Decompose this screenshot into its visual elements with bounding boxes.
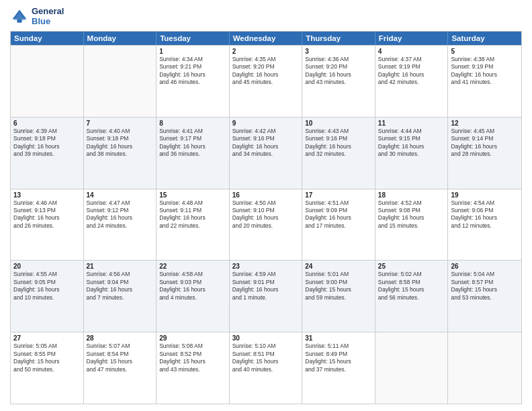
cell-info: Sunrise: 5:10 AM Sunset: 8:51 PM Dayligh… bbox=[232, 342, 300, 373]
day-number: 11 bbox=[378, 120, 445, 127]
cell-info: Sunrise: 4:46 AM Sunset: 9:13 PM Dayligh… bbox=[13, 199, 81, 230]
calendar-row: 1Sunrise: 4:34 AM Sunset: 9:21 PM Daylig… bbox=[11, 45, 521, 117]
day-number: 28 bbox=[87, 334, 154, 342]
calendar-cell: 22Sunrise: 4:58 AM Sunset: 9:03 PM Dayli… bbox=[157, 261, 230, 332]
day-number: 16 bbox=[232, 191, 300, 199]
cell-info: Sunrise: 5:07 AM Sunset: 8:54 PM Dayligh… bbox=[87, 342, 154, 373]
calendar-cell: 16Sunrise: 4:50 AM Sunset: 9:10 PM Dayli… bbox=[230, 189, 303, 261]
calendar-header-cell: Tuesday bbox=[157, 32, 230, 45]
calendar: SundayMondayTuesdayWednesdayThursdayFrid… bbox=[10, 31, 522, 404]
day-number: 6 bbox=[13, 120, 81, 127]
cell-info: Sunrise: 4:34 AM Sunset: 9:21 PM Dayligh… bbox=[159, 56, 226, 87]
cell-info: Sunrise: 4:36 AM Sunset: 9:20 PM Dayligh… bbox=[305, 56, 372, 87]
day-number: 26 bbox=[451, 263, 519, 270]
calendar-cell: 25Sunrise: 5:02 AM Sunset: 8:58 PM Dayli… bbox=[375, 261, 449, 332]
cell-info: Sunrise: 4:38 AM Sunset: 9:19 PM Dayligh… bbox=[451, 56, 519, 87]
calendar-row: 13Sunrise: 4:46 AM Sunset: 9:13 PM Dayli… bbox=[11, 189, 521, 261]
day-number: 19 bbox=[451, 191, 519, 199]
cell-info: Sunrise: 5:05 AM Sunset: 8:55 PM Dayligh… bbox=[13, 342, 81, 373]
day-number: 22 bbox=[159, 263, 226, 270]
cell-info: Sunrise: 5:02 AM Sunset: 8:58 PM Dayligh… bbox=[378, 271, 445, 302]
day-number: 7 bbox=[87, 120, 154, 127]
header: General Blue bbox=[10, 7, 522, 27]
day-number: 21 bbox=[87, 263, 154, 270]
cell-info: Sunrise: 4:42 AM Sunset: 9:16 PM Dayligh… bbox=[232, 128, 300, 158]
day-number: 27 bbox=[13, 334, 81, 342]
calendar-cell: 14Sunrise: 4:47 AM Sunset: 9:12 PM Dayli… bbox=[84, 189, 157, 261]
calendar-cell: 5Sunrise: 4:38 AM Sunset: 9:19 PM Daylig… bbox=[448, 46, 521, 117]
day-number: 29 bbox=[159, 334, 226, 342]
page: General Blue SundayMondayTuesdayWednesda… bbox=[0, 0, 532, 411]
day-number: 3 bbox=[305, 48, 372, 55]
day-number: 18 bbox=[378, 191, 445, 199]
calendar-cell: 26Sunrise: 5:04 AM Sunset: 8:57 PM Dayli… bbox=[448, 261, 521, 332]
cell-info: Sunrise: 5:04 AM Sunset: 8:57 PM Dayligh… bbox=[451, 271, 519, 302]
cell-info: Sunrise: 4:41 AM Sunset: 9:17 PM Dayligh… bbox=[159, 128, 226, 158]
day-number: 15 bbox=[159, 191, 226, 199]
cell-info: Sunrise: 4:55 AM Sunset: 9:05 PM Dayligh… bbox=[13, 271, 81, 302]
calendar-cell: 12Sunrise: 4:45 AM Sunset: 9:14 PM Dayli… bbox=[448, 118, 521, 189]
calendar-cell: 18Sunrise: 4:52 AM Sunset: 9:08 PM Dayli… bbox=[375, 189, 449, 261]
calendar-header-cell: Thursday bbox=[302, 32, 375, 45]
calendar-cell: 2Sunrise: 4:35 AM Sunset: 9:20 PM Daylig… bbox=[230, 46, 303, 117]
logo: General Blue bbox=[10, 7, 64, 27]
day-number: 30 bbox=[232, 334, 300, 342]
logo-icon bbox=[10, 7, 29, 26]
calendar-cell: 30Sunrise: 5:10 AM Sunset: 8:51 PM Dayli… bbox=[230, 332, 303, 404]
calendar-row: 27Sunrise: 5:05 AM Sunset: 8:55 PM Dayli… bbox=[11, 332, 521, 404]
calendar-cell: 20Sunrise: 4:55 AM Sunset: 9:05 PM Dayli… bbox=[11, 261, 84, 332]
calendar-cell: 1Sunrise: 4:34 AM Sunset: 9:21 PM Daylig… bbox=[157, 46, 230, 117]
day-number: 8 bbox=[159, 120, 226, 127]
cell-info: Sunrise: 4:56 AM Sunset: 9:04 PM Dayligh… bbox=[87, 271, 154, 302]
calendar-cell: 21Sunrise: 4:56 AM Sunset: 9:04 PM Dayli… bbox=[84, 261, 157, 332]
calendar-header-cell: Friday bbox=[375, 32, 449, 45]
cell-info: Sunrise: 4:45 AM Sunset: 9:14 PM Dayligh… bbox=[451, 128, 519, 158]
calendar-cell: 17Sunrise: 4:51 AM Sunset: 9:09 PM Dayli… bbox=[302, 189, 375, 261]
cell-info: Sunrise: 4:39 AM Sunset: 9:18 PM Dayligh… bbox=[13, 128, 81, 158]
calendar-cell bbox=[84, 46, 157, 117]
calendar-row: 20Sunrise: 4:55 AM Sunset: 9:05 PM Dayli… bbox=[11, 260, 521, 332]
cell-info: Sunrise: 4:47 AM Sunset: 9:12 PM Dayligh… bbox=[87, 199, 154, 230]
calendar-cell: 11Sunrise: 4:44 AM Sunset: 9:15 PM Dayli… bbox=[375, 118, 449, 189]
calendar-cell: 9Sunrise: 4:42 AM Sunset: 9:16 PM Daylig… bbox=[230, 118, 303, 189]
calendar-cell bbox=[448, 332, 521, 404]
day-number: 12 bbox=[451, 120, 519, 127]
logo-text: General Blue bbox=[32, 7, 64, 27]
calendar-cell: 19Sunrise: 4:54 AM Sunset: 9:06 PM Dayli… bbox=[448, 189, 521, 261]
calendar-header-cell: Saturday bbox=[448, 32, 521, 45]
calendar-cell: 6Sunrise: 4:39 AM Sunset: 9:18 PM Daylig… bbox=[11, 118, 84, 189]
cell-info: Sunrise: 5:11 AM Sunset: 8:49 PM Dayligh… bbox=[305, 342, 372, 373]
calendar-header-row: SundayMondayTuesdayWednesdayThursdayFrid… bbox=[11, 32, 521, 45]
cell-info: Sunrise: 4:59 AM Sunset: 9:01 PM Dayligh… bbox=[232, 271, 300, 302]
calendar-cell: 7Sunrise: 4:40 AM Sunset: 9:18 PM Daylig… bbox=[84, 118, 157, 189]
day-number: 17 bbox=[305, 191, 372, 199]
calendar-cell: 10Sunrise: 4:43 AM Sunset: 9:16 PM Dayli… bbox=[302, 118, 375, 189]
cell-info: Sunrise: 5:08 AM Sunset: 8:52 PM Dayligh… bbox=[159, 342, 226, 373]
day-number: 23 bbox=[232, 263, 300, 270]
day-number: 4 bbox=[378, 48, 445, 55]
day-number: 24 bbox=[305, 263, 372, 270]
cell-info: Sunrise: 4:52 AM Sunset: 9:08 PM Dayligh… bbox=[378, 199, 445, 230]
calendar-cell: 31Sunrise: 5:11 AM Sunset: 8:49 PM Dayli… bbox=[302, 332, 375, 404]
cell-info: Sunrise: 4:58 AM Sunset: 9:03 PM Dayligh… bbox=[159, 271, 226, 302]
day-number: 20 bbox=[13, 263, 81, 270]
calendar-body: 1Sunrise: 4:34 AM Sunset: 9:21 PM Daylig… bbox=[11, 45, 521, 404]
calendar-cell: 29Sunrise: 5:08 AM Sunset: 8:52 PM Dayli… bbox=[157, 332, 230, 404]
calendar-header-cell: Sunday bbox=[11, 32, 84, 45]
calendar-cell: 3Sunrise: 4:36 AM Sunset: 9:20 PM Daylig… bbox=[302, 46, 375, 117]
cell-info: Sunrise: 4:35 AM Sunset: 9:20 PM Dayligh… bbox=[232, 56, 300, 87]
cell-info: Sunrise: 4:40 AM Sunset: 9:18 PM Dayligh… bbox=[87, 128, 154, 158]
day-number: 25 bbox=[378, 263, 445, 270]
day-number: 13 bbox=[13, 191, 81, 199]
calendar-cell bbox=[375, 332, 449, 404]
day-number: 10 bbox=[305, 120, 372, 127]
calendar-cell: 15Sunrise: 4:48 AM Sunset: 9:11 PM Dayli… bbox=[157, 189, 230, 261]
calendar-cell: 4Sunrise: 4:37 AM Sunset: 9:19 PM Daylig… bbox=[375, 46, 449, 117]
calendar-header-cell: Monday bbox=[84, 32, 157, 45]
cell-info: Sunrise: 4:54 AM Sunset: 9:06 PM Dayligh… bbox=[451, 199, 519, 230]
svg-rect-2 bbox=[17, 19, 22, 22]
day-number: 31 bbox=[305, 334, 372, 342]
calendar-cell: 28Sunrise: 5:07 AM Sunset: 8:54 PM Dayli… bbox=[84, 332, 157, 404]
day-number: 1 bbox=[159, 48, 226, 55]
cell-info: Sunrise: 4:48 AM Sunset: 9:11 PM Dayligh… bbox=[159, 199, 226, 230]
